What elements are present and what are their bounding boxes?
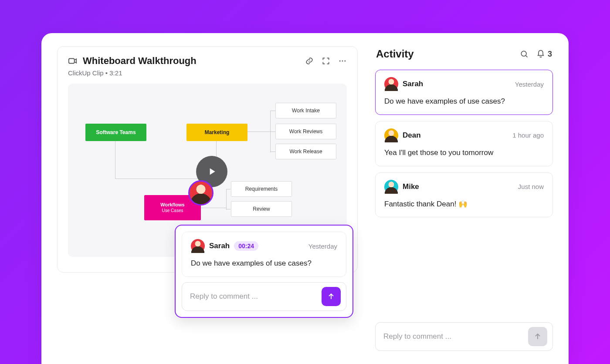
wb-node-work-release: Work Release — [275, 144, 336, 159]
activity-comment[interactable]: Dean1 hour agoYea I'll get those to you … — [375, 121, 553, 166]
comment-time: Yesterday — [515, 81, 544, 88]
timestamp-comment-popover: Sarah 00:24 Yesterday Do we have example… — [175, 225, 353, 318]
wb-node-review: Review — [231, 201, 292, 217]
popover-body: Do we have examples of use cases? — [191, 258, 337, 269]
activity-comments: SarahYesterdayDo we have examples of use… — [375, 70, 553, 223]
link-icon[interactable] — [305, 57, 314, 65]
activity-comment[interactable]: SarahYesterdayDo we have examples of use… — [375, 70, 553, 115]
comment-author: Sarah — [403, 80, 423, 88]
comment-body: Yea I'll get those to you tomorrow — [384, 148, 544, 158]
avatar — [191, 239, 205, 253]
wb-node-requirements: Requirements — [231, 181, 292, 197]
comment-author: Mike — [403, 182, 419, 191]
popover-reply-box[interactable] — [182, 282, 346, 311]
svg-rect-0 — [69, 59, 75, 64]
comment-body: Do we have examples of use cases? — [384, 96, 544, 107]
activity-title: Activity — [376, 48, 414, 60]
avatar — [384, 77, 398, 91]
activity-send-button[interactable] — [528, 327, 547, 346]
notifications-button[interactable]: 3 — [536, 50, 552, 59]
popover-reply-input[interactable] — [190, 292, 322, 301]
svg-point-3 — [344, 61, 346, 62]
avatar — [384, 180, 398, 194]
svg-point-2 — [342, 61, 343, 62]
search-icon[interactable] — [520, 50, 529, 58]
notification-count: 3 — [548, 50, 552, 59]
activity-panel: Activity 3 SarahYesterdayDo we have exam… — [375, 46, 553, 364]
activity-reply-input[interactable] — [383, 332, 528, 341]
wb-node-software-teams: Software Teams — [85, 124, 146, 141]
activity-comment[interactable]: MikeJust nowFantastic thank Dean! 🙌 — [375, 172, 553, 218]
popover-timestamp-chip[interactable]: 00:24 — [234, 241, 258, 251]
avatar — [384, 128, 398, 142]
comment-body: Fantastic thank Dean! 🙌 — [384, 199, 544, 209]
more-icon[interactable] — [338, 57, 347, 65]
clip-title: Whiteboard Walkthrough — [83, 55, 197, 67]
popover-author: Sarah — [209, 242, 230, 250]
comment-time: Just now — [518, 183, 544, 190]
presenter-cursor-avatar — [188, 180, 214, 206]
comment-author: Dean — [403, 131, 421, 140]
popover-comment: Sarah 00:24 Yesterday Do we have example… — [182, 232, 346, 277]
comment-time: 1 hour ago — [512, 131, 544, 139]
popover-send-button[interactable] — [322, 287, 341, 306]
svg-point-4 — [521, 51, 526, 56]
expand-icon[interactable] — [322, 57, 330, 65]
activity-reply-box[interactable] — [375, 322, 553, 351]
popover-when: Yesterday — [308, 243, 337, 250]
clip-subtitle: ClickUp Clip • 3:21 — [68, 69, 347, 77]
clip-header: Whiteboard Walkthrough — [68, 55, 347, 67]
wb-node-work-intake: Work Intake — [275, 103, 336, 118]
bell-icon — [536, 50, 545, 58]
video-icon — [68, 56, 78, 66]
svg-point-1 — [339, 61, 341, 62]
wb-node-marketing: Marketing — [186, 124, 247, 141]
wb-node-work-reviews: Work Reviews — [275, 124, 336, 139]
